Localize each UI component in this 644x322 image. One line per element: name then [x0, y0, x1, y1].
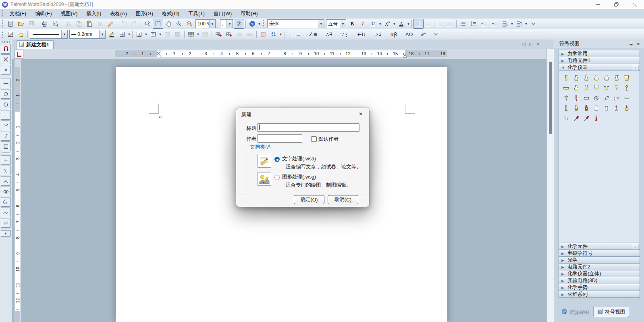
line-width-combo[interactable]: — 0.2mm▼: [69, 30, 106, 39]
math-partial-degree-button[interactable]: ∂°: [417, 29, 430, 39]
bent-tube-symbol[interactable]: [562, 114, 570, 123]
close-panel-icon[interactable]: ✕: [636, 41, 641, 47]
char-scale-button-dropdown[interactable]: ▼: [393, 19, 396, 28]
toolbar1-overflow-button[interactable]: [528, 19, 538, 29]
char-scale-button[interactable]: A: [382, 19, 393, 29]
spiral-tool[interactable]: [1, 197, 11, 207]
font-family-combo[interactable]: 宋体▼: [267, 19, 324, 28]
wide-mouth-bottle-symbol[interactable]: [602, 104, 611, 112]
cancel-button[interactable]: 取消(C): [328, 195, 358, 204]
menu-item-v[interactable]: 视图(V): [56, 10, 82, 18]
arc-tool[interactable]: [1, 120, 11, 130]
format-painter-button[interactable]: [105, 19, 116, 29]
tab-stop-selector[interactable]: [15, 50, 23, 59]
font-family-combo-dropdown[interactable]: ▼: [318, 20, 324, 28]
insert-column-button[interactable]: [224, 29, 234, 39]
menu-item-w[interactable]: 窗口(W): [209, 10, 236, 18]
default-author-checkbox[interactable]: [311, 136, 317, 142]
delete-node-tool[interactable]: [1, 54, 11, 64]
paste-button[interactable]: [84, 19, 95, 29]
menu-item-a[interactable]: 表格(A): [106, 10, 131, 18]
close-window-button[interactable]: [625, 0, 644, 9]
brown-reagent-bottle-symbol[interactable]: [582, 104, 590, 112]
grid-fill-tool[interactable]: [1, 141, 11, 151]
fill-color-button-dropdown[interactable]: ▼: [144, 30, 148, 39]
circle-center-tool[interactable]: [1, 89, 11, 99]
separating-funnel-symbol[interactable]: [562, 94, 570, 102]
sort-button-dropdown[interactable]: ▼: [279, 30, 283, 39]
category-chemistry-gestures[interactable]: ▶化学手势: [559, 284, 640, 291]
thistle-funnel-symbol[interactable]: [623, 84, 631, 92]
document-tab[interactable]: 新建文档1: [16, 40, 54, 49]
font-color-button-dropdown[interactable]: ▼: [407, 19, 410, 28]
tool-strip-scroll-button[interactable]: [1, 230, 11, 237]
increase-indent-button[interactable]: [489, 19, 500, 29]
dot-matrix-button[interactable]: [258, 29, 268, 39]
line-spacing-decrease-button[interactable]: [500, 19, 510, 29]
font-color-button[interactable]: A: [396, 19, 407, 29]
menu-item-t[interactable]: 工具(T): [184, 10, 209, 18]
down-scroll-icon[interactable]: ∨: [632, 244, 639, 250]
syringe-symbol[interactable]: [602, 94, 611, 102]
align-center-button[interactable]: [424, 19, 434, 29]
overlap-circles-tool[interactable]: [1, 187, 11, 196]
menu-item-f[interactable]: 文档(F): [5, 10, 31, 18]
category-flame-series[interactable]: ▶火焰系列: [559, 291, 640, 298]
cross-point-tool[interactable]: [1, 155, 11, 165]
menu-item-o[interactable]: 格式(O): [158, 10, 184, 18]
line-spacing-increase-button-dropdown[interactable]: ▼: [524, 19, 528, 28]
help-button-dropdown[interactable]: ▼: [258, 19, 261, 28]
align-justify-button[interactable]: [445, 19, 455, 29]
line-spacing-increase-button[interactable]: [514, 19, 524, 29]
beaker-symbol[interactable]: [623, 74, 631, 82]
open-button[interactable]: [16, 19, 26, 29]
underline-button[interactable]: U: [368, 19, 378, 29]
font-size-combo[interactable]: 五号▼: [326, 19, 346, 28]
pin-icon[interactable]: [628, 41, 634, 47]
segment-tool[interactable]: [1, 79, 11, 88]
new-document-button[interactable]: [5, 19, 16, 29]
up-scroll-icon[interactable]: ∧: [632, 65, 639, 71]
category-circuit-2[interactable]: ▶电路元件2: [559, 263, 640, 270]
gas-jar-symbol[interactable]: [592, 104, 600, 112]
borders-button-dropdown[interactable]: ▼: [127, 30, 131, 39]
title-input[interactable]: [257, 123, 359, 132]
frame-edit-button[interactable]: [5, 29, 16, 39]
round-bottom-flask-symbol[interactable]: [592, 74, 600, 82]
bullet-list-button[interactable]: [458, 19, 468, 29]
math-because-dots-button[interactable]: ∵⋮: [337, 29, 353, 39]
tab-scroll-left-button[interactable]: ◁: [521, 41, 527, 47]
scrollbar-thumb[interactable]: [549, 62, 552, 134]
u-tube-wide-symbol[interactable]: [592, 84, 600, 92]
wave-curve-tool[interactable]: [1, 208, 11, 217]
math-therefore-exists-button[interactable]: ∴∃: [322, 29, 336, 39]
graduated-cylinder-symbol[interactable]: [562, 104, 570, 112]
point-on-line-tool[interactable]: [1, 110, 11, 120]
wrap-toggle-button[interactable]: [234, 19, 244, 29]
math-element-union-button[interactable]: ∈U: [353, 29, 369, 39]
alcohol-lamp-symbol[interactable]: [623, 104, 631, 112]
grid-toggle-button[interactable]: [153, 19, 163, 29]
underline-button-dropdown[interactable]: ▼: [378, 19, 382, 28]
minimize-button[interactable]: [588, 0, 607, 9]
split-curve-tool[interactable]: [1, 176, 11, 186]
menu-item-e[interactable]: 编辑(E): [31, 10, 56, 18]
align-left-button[interactable]: [413, 19, 424, 29]
insert-table-button-dropdown[interactable]: ▼: [196, 30, 200, 39]
category-chemistry-parts[interactable]: ▶化学元件∨: [559, 243, 640, 250]
find-format-button[interactable]: [142, 19, 153, 29]
flat-bottom-flask-symbol[interactable]: [602, 74, 611, 82]
intersection-tool[interactable]: [1, 166, 11, 175]
horizontal-tube-symbol[interactable]: [582, 94, 590, 102]
tab-close-button[interactable]: ✕: [535, 41, 541, 47]
tab-scroll-right-button[interactable]: ▷: [528, 41, 534, 47]
math-implies-arrow-button[interactable]: ⇒↓: [370, 29, 386, 39]
horizontal-ruler[interactable]: 21123456789101112131415161718: [12, 49, 546, 59]
category-glassware-3d[interactable]: ▶化学仪器(立体): [559, 270, 640, 277]
category-chemistry-glassware[interactable]: ▼化学仪器∧: [559, 64, 640, 71]
long-neck-flask-symbol[interactable]: [572, 84, 580, 92]
category-mechanics[interactable]: ▶力学常用: [559, 50, 640, 57]
fill-color-button[interactable]: [134, 29, 144, 39]
borders-button[interactable]: [117, 29, 127, 39]
right-indent-marker[interactable]: [403, 53, 407, 57]
